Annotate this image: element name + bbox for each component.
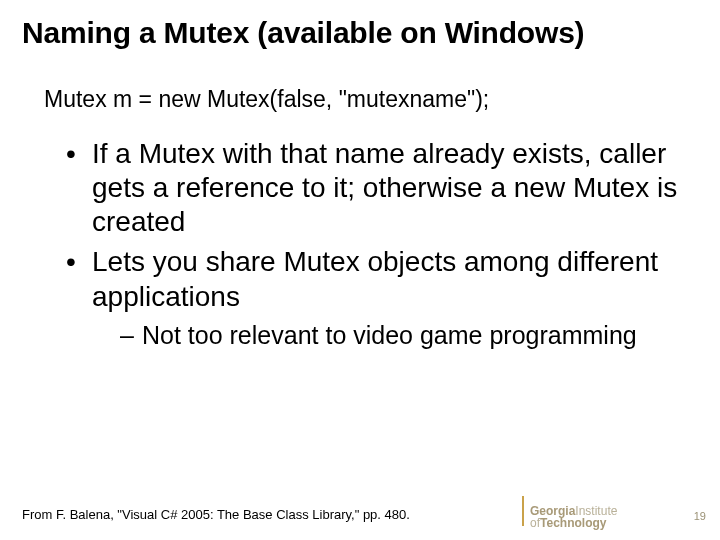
slide: Naming a Mutex (available on Windows) Mu… (0, 0, 720, 540)
logo-bar-icon (522, 496, 524, 526)
citation: From F. Balena, "Visual C# 2005: The Bas… (22, 507, 410, 522)
slide-title: Naming a Mutex (available on Windows) (22, 16, 698, 50)
logo-text: GeorgiaInstitute ofTechnology (530, 505, 617, 530)
code-example: Mutex m = new Mutex(false, "mutexname"); (44, 86, 698, 113)
page-number: 19 (694, 510, 706, 522)
bullet-text: Lets you share Mutex objects among diffe… (92, 246, 658, 311)
bullet-list: If a Mutex with that name already exists… (66, 137, 698, 351)
bullet-item: Lets you share Mutex objects among diffe… (66, 245, 698, 351)
sub-bullet-list: Not too relevant to video game programmi… (120, 320, 698, 351)
bullet-item: If a Mutex with that name already exists… (66, 137, 698, 239)
sub-bullet-item: Not too relevant to video game programmi… (120, 320, 698, 351)
georgia-tech-logo: GeorgiaInstitute ofTechnology (522, 496, 672, 532)
